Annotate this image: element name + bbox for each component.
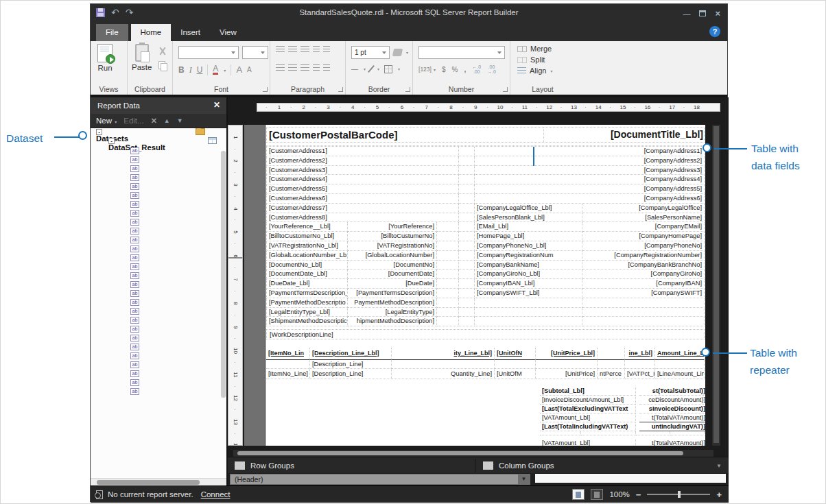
report-cell[interactable] — [582, 298, 705, 308]
border-dialog-launcher-icon[interactable] — [405, 87, 410, 92]
report-cell[interactable] — [459, 222, 475, 232]
tree-item-field[interactable]: abCompanySWIFT — [91, 351, 226, 360]
tree-item-field[interactable]: abCompanyLogoPosition — [91, 369, 226, 378]
report-cell[interactable]: [CustomerAddress5] — [266, 184, 459, 194]
underline-button[interactable]: U — [197, 65, 203, 75]
increase-indent-icon[interactable] — [323, 46, 330, 53]
increase-decimals-icon[interactable]: ←.0 .00 — [472, 64, 481, 74]
tree-item-field[interactable]: abCompanySWIFT_Lbl — [91, 360, 226, 369]
report-cell[interactable]: [CustomerPostalBarCode] — [267, 128, 543, 142]
report-cell[interactable] — [437, 317, 459, 326]
report-cell[interactable]: [InvoiceDiscountAmount_Lbl] — [540, 396, 636, 405]
report-cell[interactable] — [437, 308, 459, 317]
report-cell[interactable]: st(TotalSubTotal)] — [639, 387, 705, 396]
paragraph-dialog-launcher-icon[interactable] — [338, 87, 343, 92]
number-dialog-launcher-icon[interactable] — [503, 87, 508, 92]
align-bottom-icon[interactable] — [300, 46, 309, 53]
tree-item-field[interactable]: abCompanyAddress8 — [91, 208, 226, 217]
zoom-in-button[interactable]: + — [716, 490, 722, 500]
comma-icon[interactable]: , — [464, 66, 466, 73]
report-cell[interactable] — [598, 348, 625, 360]
report-cell[interactable]: [CompanyLegalOffice_Lbl] — [475, 204, 582, 213]
report-cell[interactable] — [475, 308, 582, 317]
tree-item-field[interactable]: abCompanyAddress2 — [91, 155, 226, 164]
report-cell[interactable]: [CompanyHomePage] — [582, 232, 705, 241]
new-button[interactable]: New ▾ — [96, 117, 117, 125]
panel-vertical-scrollbar[interactable] — [221, 151, 226, 398]
align-button[interactable]: Align▾ — [517, 67, 552, 75]
report-cell[interactable]: [CompanyPhoneNo_Lbl] — [475, 241, 582, 251]
align-top-icon[interactable] — [276, 46, 285, 53]
report-cell[interactable]: [HomePage_Lbl] — [475, 232, 582, 241]
row-group-dropdown-icon[interactable]: ▼ — [518, 475, 530, 484]
edit-button[interactable]: Edit... — [123, 117, 143, 125]
report-cell[interactable]: [CustomerAddress1] — [266, 147, 459, 156]
report-cell[interactable]: [CustomerAddress7] — [266, 204, 459, 213]
tree-item-field[interactable]: abCompanyEMail — [91, 226, 226, 235]
tree-item-field[interactable]: abCompanyGiroNo — [91, 262, 226, 271]
tree-item-field[interactable]: abCompanyAddress5 — [91, 182, 226, 191]
report-cell[interactable] — [266, 360, 310, 369]
report-cell[interactable]: [GlobalLocationNumber] — [348, 251, 437, 261]
shrink-font-button[interactable]: A — [247, 65, 252, 75]
report-cell[interactable]: [LineAmount_Line] — [655, 369, 705, 379]
report-cell[interactable] — [598, 360, 625, 369]
split-button[interactable]: Split — [517, 56, 552, 64]
report-cell[interactable]: [Description_Line] — [310, 360, 392, 369]
cut-icon[interactable] — [158, 47, 167, 56]
report-cell[interactable] — [459, 289, 475, 298]
report-cell[interactable]: [CompanyAddress3] — [475, 166, 705, 176]
report-cell[interactable]: [Subtotal_Lbl] — [540, 387, 636, 396]
report-cell[interactable] — [582, 317, 705, 326]
report-cell[interactable]: [CompanyAddress5] — [475, 184, 705, 194]
report-cell[interactable]: [ShipmentMethodDescriptic — [266, 317, 348, 326]
tree-item-field[interactable]: abCompanyHomePage — [91, 217, 226, 226]
tab-home[interactable]: Home — [131, 24, 172, 41]
report-cell[interactable] — [459, 147, 475, 156]
maximize-button[interactable] — [699, 10, 706, 16]
column-groups-pane[interactable]: Column Groups — [483, 457, 554, 473]
connect-link[interactable]: Connect — [201, 490, 231, 499]
report-cell[interactable] — [459, 308, 475, 317]
report-cell[interactable] — [459, 251, 475, 261]
tab-file[interactable]: File — [96, 24, 128, 41]
tab-insert[interactable]: Insert — [171, 24, 210, 41]
merge-button[interactable]: Merge — [517, 45, 552, 53]
report-cell[interactable]: [UnitPrice] — [536, 369, 598, 379]
copy-icon[interactable] — [158, 61, 167, 70]
report-cell[interactable] — [437, 279, 459, 289]
design-horizontal-scrollbar[interactable] — [233, 450, 713, 457]
report-cell[interactable] — [655, 360, 705, 369]
align-center-icon[interactable] — [288, 64, 297, 71]
report-cell[interactable]: [DocumentDate] — [348, 269, 437, 279]
report-cell[interactable]: [BilltoCustumerNo] — [348, 232, 437, 241]
report-cell[interactable]: [DueDate] — [348, 279, 437, 289]
report-cell[interactable] — [459, 213, 475, 223]
move-up-icon[interactable]: ▲ — [164, 117, 170, 124]
report-cell[interactable]: [PaymentTermsDescription] — [348, 289, 437, 298]
report-cell[interactable]: [Description_Line_Lbl] — [310, 348, 392, 360]
report-cell[interactable] — [437, 269, 459, 279]
fill-color-icon[interactable] — [392, 49, 403, 56]
report-cell[interactable]: [GlobalLocationNumber_Lb — [266, 251, 348, 261]
run-view-icon[interactable] — [591, 489, 603, 500]
tree-item-field[interactable]: abCompanyBankName — [91, 280, 226, 289]
report-cell[interactable]: PaymentMethodDescription] — [348, 298, 437, 308]
report-cell[interactable] — [540, 431, 581, 435]
report-cell[interactable] — [459, 175, 475, 184]
report-cell[interactable]: [CompanyLegalOffice] — [582, 204, 705, 213]
report-cell[interactable]: [CustomerAddress6] — [266, 194, 459, 204]
report-cell[interactable]: [CompanyEMail] — [582, 222, 705, 232]
border-color-pencil-icon[interactable] — [368, 65, 375, 73]
report-cell[interactable]: [EMail_Lbl] — [475, 222, 582, 232]
design-vertical-scrollbar[interactable] — [712, 125, 720, 446]
report-cell[interactable] — [437, 232, 459, 241]
report-cell[interactable] — [392, 360, 495, 369]
report-cell[interactable]: [Last(TotalIncludingVATText) — [540, 422, 636, 432]
tree-item-field[interactable]: abCompanyAddress3 — [91, 164, 226, 173]
report-cell[interactable]: [CompanyIBAN_Lbl] — [475, 279, 582, 289]
report-cell[interactable]: [WorkDescriptionLine] — [266, 329, 705, 339]
report-cell[interactable] — [459, 204, 475, 213]
row-groups-pane[interactable]: Row Groups — [235, 457, 294, 473]
number-format-combobox[interactable] — [418, 46, 505, 59]
